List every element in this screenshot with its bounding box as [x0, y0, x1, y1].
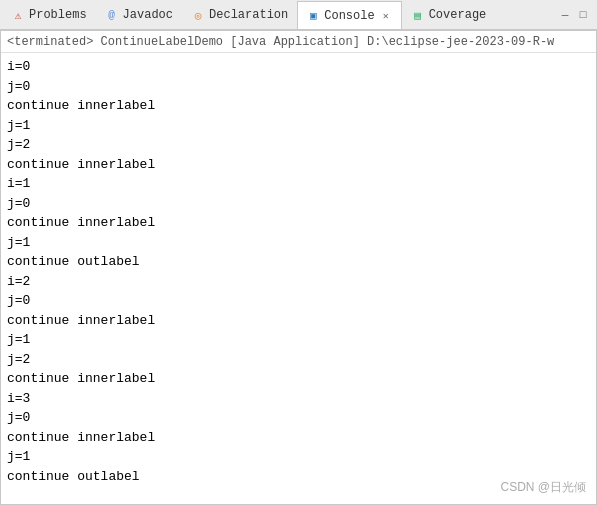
list-item: j=2 [7, 350, 590, 370]
list-item: j=0 [7, 194, 590, 214]
list-item: j=2 [7, 135, 590, 155]
javadoc-icon: @ [105, 8, 119, 22]
console-panel: <terminated> ContinueLabelDemo [Java App… [0, 30, 597, 505]
tab-declaration[interactable]: ◎ Declaration [182, 1, 297, 29]
tab-bar: ⚠ Problems @ Javadoc ◎ Declaration ▣ Con… [0, 0, 597, 30]
list-item: j=1 [7, 447, 590, 467]
list-item: continue innerlabel [7, 311, 590, 331]
list-item: continue innerlabel [7, 369, 590, 389]
tab-coverage[interactable]: ▤ Coverage [402, 1, 496, 29]
console-icon: ▣ [306, 9, 320, 23]
list-item: j=1 [7, 330, 590, 350]
tab-console[interactable]: ▣ Console ✕ [297, 1, 401, 29]
list-item: i=3 [7, 389, 590, 409]
declaration-icon: ◎ [191, 8, 205, 22]
list-item: continue innerlabel [7, 96, 590, 116]
list-item: j=0 [7, 408, 590, 428]
tab-javadoc[interactable]: @ Javadoc [96, 1, 182, 29]
eclipse-panel: ⚠ Problems @ Javadoc ◎ Declaration ▣ Con… [0, 0, 597, 505]
console-tab-close[interactable]: ✕ [379, 9, 393, 23]
list-item: i=1 [7, 174, 590, 194]
console-header: <terminated> ContinueLabelDemo [Java App… [1, 31, 596, 53]
list-item: i=0 [7, 57, 590, 77]
list-item: j=1 [7, 116, 590, 136]
tab-problems[interactable]: ⚠ Problems [2, 1, 96, 29]
console-output: i=0j=0continue innerlabelj=1j=2continue … [1, 53, 596, 504]
watermark: CSDN @日光倾 [500, 479, 586, 496]
tab-bar-actions: — □ [557, 7, 595, 23]
minimize-button[interactable]: — [557, 7, 573, 23]
list-item: j=0 [7, 291, 590, 311]
tab-coverage-label: Coverage [429, 8, 487, 22]
tab-declaration-label: Declaration [209, 8, 288, 22]
maximize-button[interactable]: □ [575, 7, 591, 23]
problems-icon: ⚠ [11, 8, 25, 22]
tab-javadoc-label: Javadoc [123, 8, 173, 22]
console-header-text: <terminated> ContinueLabelDemo [Java App… [7, 35, 554, 49]
list-item: continue innerlabel [7, 428, 590, 448]
tab-problems-label: Problems [29, 8, 87, 22]
list-item: i=2 [7, 272, 590, 292]
list-item: continue innerlabel [7, 155, 590, 175]
list-item: j=1 [7, 233, 590, 253]
list-item: j=0 [7, 77, 590, 97]
list-item: continue outlabel [7, 252, 590, 272]
coverage-icon: ▤ [411, 8, 425, 22]
list-item: continue innerlabel [7, 213, 590, 233]
tab-console-label: Console [324, 9, 374, 23]
